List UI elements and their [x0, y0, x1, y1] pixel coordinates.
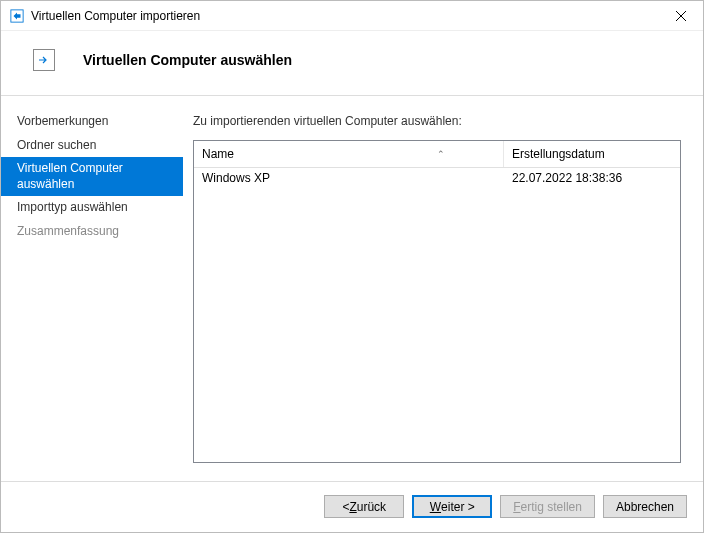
window-title: Virtuellen Computer importieren [31, 9, 658, 23]
vm-listview[interactable]: Name ⌃ Erstellungsdatum Windows XP 22.07… [193, 140, 681, 463]
content-instruction: Zu importierenden virtuellen Computer au… [193, 114, 681, 128]
wizard-body: Vorbemerkungen Ordner suchen Virtuellen … [1, 96, 703, 481]
import-arrow-icon [33, 49, 55, 71]
page-title: Virtuellen Computer auswählen [83, 52, 292, 68]
column-name-label: Name [202, 147, 234, 161]
finish-button: Fertig stellen [500, 495, 595, 518]
wizard-header: Virtuellen Computer auswählen [1, 31, 703, 95]
listview-header: Name ⌃ Erstellungsdatum [194, 141, 680, 168]
wizard-footer: < Zurück Weiter > Fertig stellen Abbrech… [1, 482, 703, 532]
import-vm-icon [9, 8, 25, 24]
column-date-label: Erstellungsdatum [512, 147, 605, 161]
cell-vm-name: Windows XP [194, 168, 504, 188]
sidebar-item-importtyp[interactable]: Importtyp auswählen [1, 196, 183, 220]
back-button[interactable]: < Zurück [324, 495, 404, 518]
wizard-content: Zu importierenden virtuellen Computer au… [183, 96, 703, 481]
table-row[interactable]: Windows XP 22.07.2022 18:38:36 [194, 168, 680, 188]
column-header-name[interactable]: Name ⌃ [194, 141, 504, 167]
cancel-button[interactable]: Abbrechen [603, 495, 687, 518]
titlebar: Virtuellen Computer importieren [1, 1, 703, 31]
sidebar-item-vm-auswaehlen[interactable]: Virtuellen Computer auswählen [1, 157, 183, 196]
sidebar-item-ordner-suchen[interactable]: Ordner suchen [1, 134, 183, 158]
close-icon [676, 11, 686, 21]
next-button[interactable]: Weiter > [412, 495, 492, 518]
wizard-window: Virtuellen Computer importieren Virtuell… [0, 0, 704, 533]
sort-ascending-icon: ⌃ [437, 149, 445, 159]
sidebar-item-zusammenfassung: Zusammenfassung [1, 220, 183, 244]
sidebar-item-vorbemerkungen[interactable]: Vorbemerkungen [1, 110, 183, 134]
listview-body: Windows XP 22.07.2022 18:38:36 [194, 168, 680, 462]
close-button[interactable] [658, 1, 703, 31]
column-header-date[interactable]: Erstellungsdatum [504, 141, 680, 167]
wizard-steps-sidebar: Vorbemerkungen Ordner suchen Virtuellen … [1, 96, 183, 481]
cell-vm-date: 22.07.2022 18:38:36 [504, 168, 680, 188]
